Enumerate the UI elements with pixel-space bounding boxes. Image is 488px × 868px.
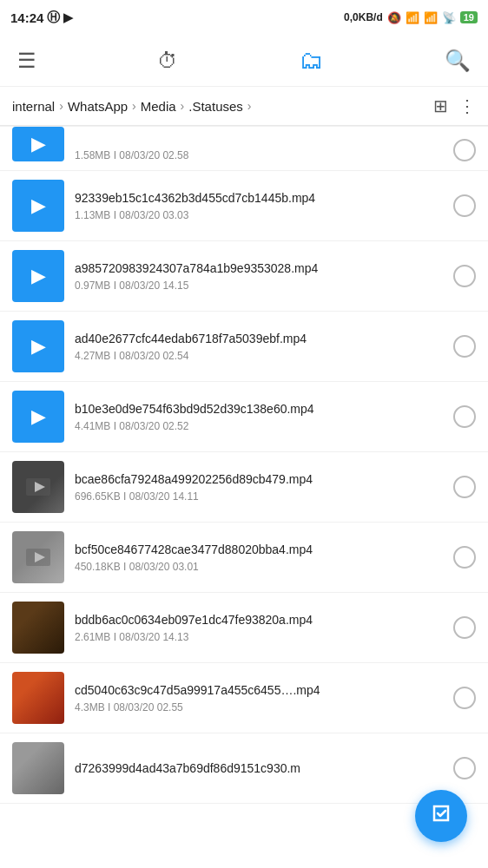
- file-name: cd5040c63c9c47d5a99917a455c6455….mp4: [75, 682, 443, 699]
- list-item[interactable]: bcae86cfa79248a499202256d89cb479.mp4 696…: [0, 452, 488, 523]
- select-checkbox[interactable]: [453, 194, 476, 217]
- select-checkbox[interactable]: [453, 335, 476, 358]
- file-meta: 1.13MB I 08/03/20 03.03: [75, 209, 443, 221]
- history-icon[interactable]: ⏱: [157, 49, 178, 73]
- file-thumbnail: ▶: [12, 127, 64, 161]
- breadcrumb-sep-4: ›: [247, 99, 252, 113]
- file-thumbnail: [12, 742, 64, 794]
- mute-icon: 🔕: [387, 11, 401, 24]
- file-name: d7263999d4ad43a7b69df86d9151c930.m: [75, 760, 443, 777]
- more-options-icon[interactable]: ⋮: [458, 95, 476, 116]
- file-name: bddb6ac0c0634eb097e1dc47fe93820a.mp4: [75, 612, 443, 628]
- search-icon[interactable]: 🔍: [445, 49, 471, 73]
- list-item[interactable]: ▶ a985720983924307a784a1b9e9353028.mp4 0…: [0, 241, 488, 312]
- breadcrumb-whatsapp[interactable]: WhatsApp: [68, 99, 128, 114]
- file-thumbnail: [12, 672, 64, 724]
- file-list: ▶ 1.58MB I 08/03/20 02.58 ▶ 92339eb15c1c…: [0, 126, 488, 804]
- select-checkbox[interactable]: [453, 616, 476, 639]
- grid-view-icon[interactable]: ⊞: [433, 95, 448, 116]
- select-checkbox[interactable]: [453, 139, 476, 161]
- list-item[interactable]: ▶ 92339eb15c1c4362b3d455cd7cb1445b.mp4 1…: [0, 171, 488, 241]
- file-name: 92339eb15c1c4362b3d455cd7cb1445b.mp4: [75, 190, 443, 207]
- play-icon: ▶: [31, 405, 46, 428]
- file-meta: 2.61MB I 08/03/20 14.13: [75, 631, 443, 643]
- play-service-icon: ▶: [63, 10, 73, 24]
- file-name: b10e3e0d9e754f63bd9d52d39c138e60.mp4: [75, 401, 443, 418]
- file-thumbnail: ▶: [12, 391, 64, 443]
- status-time: 14:24: [10, 10, 43, 25]
- breadcrumb-internal[interactable]: internal: [12, 99, 55, 114]
- list-item[interactable]: d7263999d4ad43a7b69df86d9151c930.m: [0, 733, 488, 804]
- fab-button[interactable]: [415, 790, 467, 842]
- list-item[interactable]: bddb6ac0c0634eb097e1dc47fe93820a.mp4 2.6…: [0, 593, 488, 663]
- file-meta: 4.41MB I 08/03/20 02.52: [75, 420, 443, 432]
- video-thumbnail-icon: [26, 478, 50, 496]
- breadcrumb-sep-3: ›: [181, 99, 185, 113]
- data-rate: 0,0KB/d: [344, 11, 383, 23]
- signal-icon-2: 📶: [424, 11, 438, 24]
- file-info: d7263999d4ad43a7b69df86d9151c930.m: [75, 760, 443, 777]
- file-name: bcae86cfa79248a499202256d89cb479.mp4: [75, 471, 443, 488]
- file-meta: 4.27MB I 08/03/20 02.54: [75, 350, 443, 362]
- file-meta: 1.58MB I 08/03/20 02.58: [75, 149, 443, 161]
- file-thumbnail: ▶: [12, 250, 64, 302]
- file-info: 92339eb15c1c4362b3d455cd7cb1445b.mp4 1.1…: [75, 190, 443, 221]
- breadcrumb-sep-1: ›: [59, 99, 63, 113]
- file-meta: 450.18KB I 08/03/20 03.01: [75, 561, 443, 573]
- list-item[interactable]: ▶ ad40e2677cfc44edab6718f7a5039ebf.mp4 4…: [0, 312, 488, 382]
- fab-icon: [429, 801, 453, 832]
- file-info: a985720983924307a784a1b9e9353028.mp4 0.9…: [75, 260, 443, 292]
- list-item[interactable]: ▶ 1.58MB I 08/03/20 02.58: [0, 126, 488, 171]
- top-nav: ☰ ⏱ 🗂 🔍: [0, 35, 488, 87]
- select-checkbox[interactable]: [453, 757, 476, 779]
- wifi-icon: 📡: [442, 11, 456, 24]
- file-thumbnail: [12, 602, 64, 654]
- file-thumbnail: ▶: [12, 180, 64, 232]
- play-icon: ▶: [31, 194, 46, 217]
- file-meta: 696.65KB I 08/03/20 14.11: [75, 490, 443, 503]
- list-item[interactable]: cd5040c63c9c47d5a99917a455c6455….mp4 4.3…: [0, 663, 488, 733]
- play-icon: ▶: [31, 265, 46, 287]
- file-info: cd5040c63c9c47d5a99917a455c6455….mp4 4.3…: [75, 682, 443, 713]
- file-info: bcae86cfa79248a499202256d89cb479.mp4 696…: [75, 471, 443, 503]
- select-checkbox[interactable]: [453, 687, 476, 709]
- folder-icon[interactable]: 🗂: [300, 46, 324, 75]
- file-name: ad40e2677cfc44edab6718f7a5039ebf.mp4: [75, 331, 443, 347]
- file-name: bcf50ce84677428cae3477d88020bba4.mp4: [75, 542, 443, 558]
- video-thumbnail-icon: [26, 549, 50, 566]
- file-info: 1.58MB I 08/03/20 02.58: [75, 147, 443, 161]
- list-item[interactable]: ▶ b10e3e0d9e754f63bd9d52d39c138e60.mp4 4…: [0, 382, 488, 452]
- breadcrumb: internal › WhatsApp › Media › .Statuses …: [0, 87, 488, 126]
- file-name: a985720983924307a784a1b9e9353028.mp4: [75, 260, 443, 277]
- breadcrumb-media[interactable]: Media: [141, 99, 176, 114]
- breadcrumb-statuses[interactable]: .Statuses: [188, 99, 243, 114]
- file-thumbnail: ▶: [12, 320, 64, 372]
- play-icon: ▶: [31, 133, 46, 155]
- file-info: b10e3e0d9e754f63bd9d52d39c138e60.mp4 4.4…: [75, 401, 443, 432]
- file-info: bcf50ce84677428cae3477d88020bba4.mp4 450…: [75, 542, 443, 573]
- play-icon: ▶: [31, 335, 46, 358]
- breadcrumb-sep-2: ›: [132, 99, 136, 113]
- select-checkbox[interactable]: [453, 476, 476, 498]
- file-info: ad40e2677cfc44edab6718f7a5039ebf.mp4 4.2…: [75, 331, 443, 362]
- signal-icon-1: 📶: [406, 11, 419, 24]
- select-all-icon: [429, 801, 453, 825]
- file-info: bddb6ac0c0634eb097e1dc47fe93820a.mp4 2.6…: [75, 612, 443, 643]
- status-left: 14:24 Ⓗ ▶: [10, 10, 73, 26]
- breadcrumb-actions: ⊞ ⋮: [433, 95, 476, 116]
- status-right: 0,0KB/d 🔕 📶 📶 📡 19: [344, 11, 478, 24]
- select-checkbox[interactable]: [453, 265, 476, 287]
- list-item[interactable]: bcf50ce84677428cae3477d88020bba4.mp4 450…: [0, 523, 488, 593]
- battery-badge: 19: [460, 11, 478, 23]
- select-checkbox[interactable]: [453, 546, 476, 569]
- status-bar: 14:24 Ⓗ ▶ 0,0KB/d 🔕 📶 📶 📡 19: [0, 0, 488, 35]
- select-checkbox[interactable]: [453, 405, 476, 428]
- hamburger-icon[interactable]: ☰: [17, 49, 36, 73]
- file-thumbnail: [12, 531, 64, 583]
- file-meta: 4.3MB I 08/03/20 02.55: [75, 701, 443, 713]
- file-meta: 0.97MB I 08/03/20 14.15: [75, 279, 443, 292]
- fb-icon: Ⓗ: [47, 10, 60, 26]
- file-thumbnail: [12, 461, 64, 513]
